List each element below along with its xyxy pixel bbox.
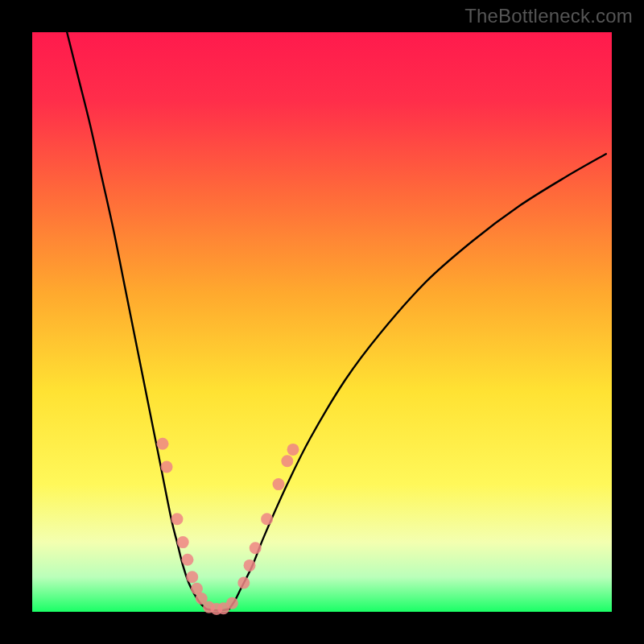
data-marker	[161, 461, 173, 473]
data-marker	[287, 444, 299, 456]
curve-group	[67, 32, 606, 610]
data-marker	[237, 577, 250, 589]
data-marker	[186, 571, 198, 583]
data-marker	[250, 542, 262, 554]
data-marker	[244, 559, 256, 572]
data-marker	[181, 554, 193, 566]
outer-frame: TheBottleneck.com	[0, 0, 644, 644]
curve-right-curve	[229, 154, 606, 609]
watermark-text: TheBottleneck.com	[464, 5, 633, 27]
chart-svg	[32, 32, 612, 612]
data-marker	[281, 455, 293, 467]
data-marker	[261, 513, 273, 525]
curve-left-curve	[67, 32, 206, 609]
data-marker	[226, 597, 238, 609]
data-marker	[273, 478, 285, 490]
data-marker	[177, 536, 189, 548]
data-marker	[157, 438, 169, 450]
marker-group	[157, 438, 299, 615]
data-marker	[171, 513, 184, 525]
